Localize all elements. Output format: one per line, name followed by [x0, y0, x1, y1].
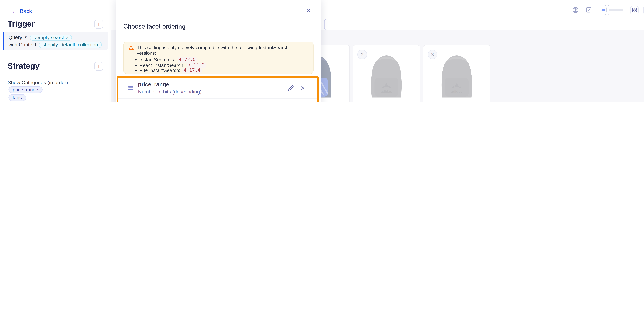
strategy-header: Strategy + [8, 62, 103, 71]
grid-view-button[interactable] [630, 6, 638, 14]
trigger-condition-card[interactable]: Query is <empty search> with Context sho… [3, 32, 108, 50]
slider-handle[interactable] [605, 5, 609, 15]
remove-facet-button[interactable] [299, 84, 306, 92]
card-size-slider[interactable] [602, 5, 624, 15]
version-label: InstantSearch.js: [139, 57, 176, 62]
edit-facet-button[interactable] [287, 84, 294, 92]
sidebar: ← Back Trigger + Query is <empty search>… [0, 0, 111, 102]
trigger-title: Trigger [8, 19, 35, 28]
product-card[interactable]: 3 adidas ADIDAS | CLASSIC BACKPACK [423, 45, 490, 102]
version-label: Vue InstantSearch: [139, 68, 180, 73]
facet-ordering-modal: ✕ Choose facet ordering This setting is … [116, 0, 321, 102]
warning-icon [128, 45, 134, 52]
settings-gear-button[interactable] [643, 6, 644, 14]
toolbar [572, 5, 644, 15]
checkbox-icon[interactable] [586, 7, 592, 13]
target-icon[interactable] [572, 6, 579, 13]
facet-name: price_range [138, 81, 282, 88]
toolbar-divider [597, 6, 597, 14]
modal-title: Choose facet ordering [124, 23, 186, 30]
version-value: 4.72.0 [178, 57, 197, 62]
version-item: React InstantSearch:7.11.2 [135, 62, 309, 68]
facet-row: price_range Number of hits (descending) [118, 78, 317, 99]
svg-text:adidas: adidas [451, 90, 462, 94]
show-categories-label: Show Categories (in order) [8, 80, 68, 86]
close-icon[interactable]: ✕ [305, 7, 312, 15]
version-item: InstantSearch.js:4.72.0 [135, 57, 309, 62]
product-image: adidas [359, 52, 414, 102]
add-trigger-button[interactable]: + [94, 20, 103, 28]
product-card[interactable]: 2 adidas ADIDAS | CLASSIC BACKPACK [353, 45, 420, 102]
context-label: with Context [8, 42, 36, 48]
add-strategy-button[interactable]: + [94, 62, 103, 70]
back-label: Back [20, 8, 32, 14]
category-pill[interactable]: price_range [8, 86, 42, 93]
compatibility-warning: This setting is only natively compatible… [124, 42, 314, 74]
drag-handle-icon[interactable] [128, 86, 134, 90]
facet-ordering-list: price_range Number of hits (descending) … [116, 76, 319, 102]
version-list: InstantSearch.js:4.72.0React InstantSear… [135, 57, 309, 73]
version-item: Vue InstantSearch:4.17.4 [135, 68, 309, 73]
app: 1 adidas ADIDAS | CLASSIC BACKPACK MULTI… [0, 0, 644, 102]
facet-row: tags Number of hits (descending) [118, 99, 317, 102]
query-value-pill: <empty search> [30, 34, 72, 40]
svg-text:adidas: adidas [381, 90, 392, 94]
strategy-title: Strategy [8, 62, 40, 71]
back-link[interactable]: ← Back [12, 8, 32, 14]
trigger-header: Trigger + [8, 19, 103, 28]
search-input[interactable] [324, 19, 644, 30]
facet-sort-order: Number of hits (descending) [138, 89, 282, 95]
version-label: React InstantSearch: [139, 62, 184, 68]
query-label: Query is [8, 34, 27, 40]
version-value: 4.17.4 [182, 68, 202, 73]
product-image: adidas [430, 52, 484, 102]
back-arrow-icon: ← [12, 8, 17, 14]
warning-intro-text: This setting is only natively compatible… [137, 45, 309, 56]
version-value: 7.11.2 [187, 62, 206, 68]
context-value-pill: shopify_default_collection [39, 42, 102, 48]
category-pill-list: price_rangetagspriceoptions.materialprod… [8, 86, 58, 102]
category-pill[interactable]: tags [8, 94, 26, 101]
